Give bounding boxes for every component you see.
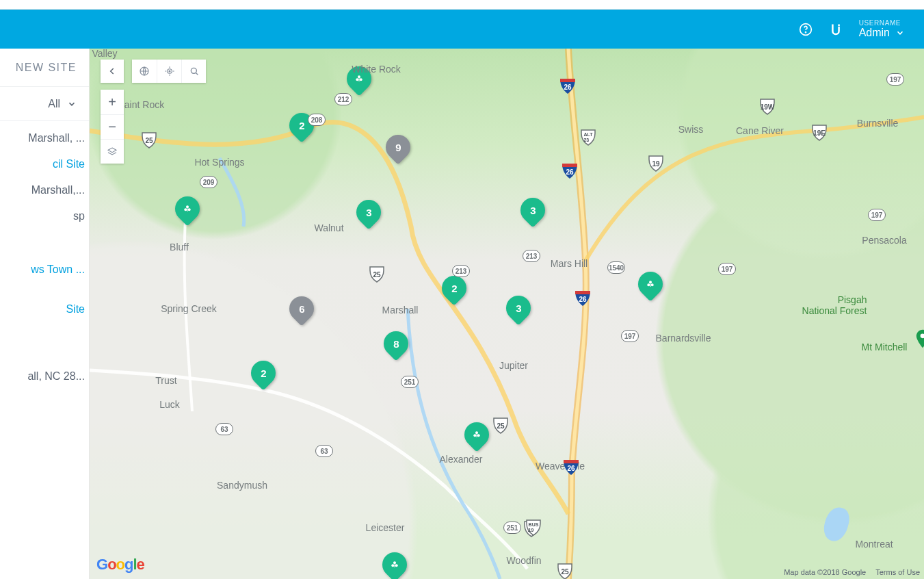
- chevron-down-icon: [895, 28, 905, 38]
- svg-point-12: [186, 205, 189, 208]
- username-label: USERNAME: [859, 19, 901, 27]
- map-marker[interactable]: [347, 66, 371, 96]
- site-list-item: sp: [0, 203, 89, 229]
- poi-pin-icon: [916, 329, 924, 351]
- app-header: USERNAME Admin: [0, 10, 924, 49]
- site-list-item: Marshall, ...: [0, 125, 89, 151]
- site-list-item[interactable]: Site: [0, 296, 89, 322]
- map-marker[interactable]: [382, 552, 407, 579]
- svg-point-9: [358, 75, 360, 78]
- browser-strip: [0, 0, 924, 10]
- map-marker[interactable]: [175, 196, 200, 227]
- svg-point-16: [473, 434, 476, 437]
- map-marker[interactable]: [464, 422, 489, 452]
- svg-point-19: [391, 564, 394, 567]
- map-marker[interactable]: 2: [442, 276, 466, 306]
- locate-button[interactable]: [157, 60, 181, 83]
- search-button[interactable]: [181, 60, 206, 83]
- site-list-item: [0, 243, 89, 257]
- site-list-item[interactable]: cil Site: [0, 151, 89, 177]
- svg-point-18: [475, 431, 478, 434]
- site-list-item: Marshall,...: [0, 177, 89, 203]
- svg-rect-2: [838, 24, 840, 26]
- site-list[interactable]: Marshall, ...cil Site Marshall,...spws T…: [0, 121, 89, 579]
- site-list-item: [0, 350, 89, 363]
- svg-point-6: [191, 68, 196, 73]
- map-marker[interactable]: 9: [386, 135, 410, 165]
- map-marker[interactable]: [638, 272, 663, 302]
- svg-point-11: [188, 208, 191, 211]
- map-marker[interactable]: 8: [384, 331, 408, 361]
- layers-button[interactable]: [101, 139, 124, 164]
- site-list-item: [0, 229, 89, 243]
- zoom-out-button[interactable]: −: [101, 114, 124, 139]
- map-marker[interactable]: 2: [251, 361, 276, 391]
- username-value: Admin: [859, 27, 890, 39]
- user-menu[interactable]: USERNAME Admin: [859, 19, 905, 39]
- svg-point-8: [360, 78, 362, 81]
- new-site-button[interactable]: NEW SITE: [0, 49, 89, 87]
- sidebar: NEW SITE All Marshall, ...cil Site Marsh…: [0, 49, 90, 579]
- map-marker[interactable]: 6: [289, 296, 314, 326]
- site-list-item: [0, 336, 89, 350]
- zoom-in-button[interactable]: +: [101, 90, 124, 114]
- svg-point-20: [395, 564, 398, 567]
- help-icon[interactable]: [799, 23, 813, 36]
- map-attribution: Map data ©2018 Google Terms of Use: [784, 568, 920, 576]
- map-marker[interactable]: 3: [520, 198, 545, 228]
- svg-point-13: [647, 283, 650, 286]
- site-list-item[interactable]: ws Town ...: [0, 257, 89, 283]
- back-button[interactable]: [101, 60, 124, 83]
- svg-point-5: [169, 70, 170, 72]
- globe-view-button[interactable]: [132, 60, 157, 83]
- svg-point-7: [356, 78, 358, 81]
- zoom-controls: + −: [101, 90, 124, 164]
- chevron-down-icon: [67, 99, 77, 109]
- terms-link[interactable]: Terms of Use: [875, 568, 920, 576]
- svg-point-10: [184, 208, 187, 211]
- map-canvas[interactable]: + − Google Map data ©2018 Google Terms o…: [90, 49, 924, 579]
- svg-point-21: [393, 561, 396, 564]
- svg-point-17: [477, 434, 480, 437]
- site-list-item: all, NC 28...: [0, 363, 89, 389]
- map-marker[interactable]: 3: [356, 200, 381, 230]
- svg-point-1: [805, 31, 806, 32]
- map-marker[interactable]: 2: [289, 113, 314, 143]
- site-list-item: [0, 322, 89, 336]
- map-marker[interactable]: 3: [506, 296, 531, 326]
- map-tools: [132, 60, 206, 83]
- filter-dropdown[interactable]: All: [0, 87, 89, 121]
- ubiquiti-logo-icon[interactable]: [829, 23, 843, 36]
- site-list-item: [0, 283, 89, 296]
- svg-point-15: [649, 281, 652, 283]
- svg-point-14: [651, 283, 654, 286]
- attribution-text: Map data ©2018 Google: [784, 568, 866, 576]
- filter-label: All: [48, 98, 60, 110]
